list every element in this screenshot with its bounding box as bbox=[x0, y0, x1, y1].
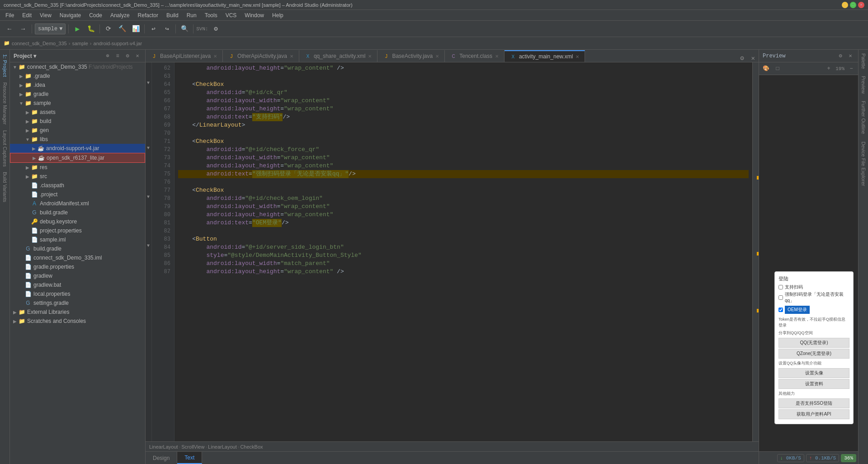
build-button[interactable]: 🔨 bbox=[116, 23, 128, 35]
tree-extlibs[interactable]: ▶ 📁 External Libraries bbox=[10, 308, 145, 317]
preview-zoom-in-button[interactable]: + bbox=[824, 64, 834, 74]
svn-button[interactable]: SVN: bbox=[196, 23, 208, 35]
tree-android-support[interactable]: ▶ ☕ android-support-v4.jar bbox=[10, 144, 145, 153]
menu-code[interactable]: Code bbox=[85, 11, 106, 19]
layout-captures-label[interactable]: Layout Captures bbox=[1, 128, 9, 170]
menu-navigate[interactable]: Navigate bbox=[56, 11, 85, 19]
menu-refactor[interactable]: Refactor bbox=[134, 11, 162, 19]
maximize-button[interactable]: □ bbox=[850, 2, 856, 8]
tree-project[interactable]: 📄 .project bbox=[10, 190, 145, 199]
breadcrumb-linearlayout[interactable]: LinearLayout bbox=[149, 444, 178, 450]
tab-close-other-api[interactable]: ✕ bbox=[290, 54, 293, 59]
minimize-button[interactable]: – bbox=[842, 2, 848, 8]
tree-buildgradle2[interactable]: G build.gradle bbox=[10, 244, 145, 253]
tree-open-sdk[interactable]: ▶ ☕ open_sdk_r6137_lite.jar bbox=[10, 153, 145, 163]
breadcrumb-linearlayout2[interactable]: LinearLayout bbox=[208, 444, 237, 450]
preview-component-tree-button[interactable]: □ bbox=[773, 64, 783, 74]
menu-run[interactable]: Run bbox=[183, 11, 200, 19]
menu-edit[interactable]: Edit bbox=[19, 11, 35, 19]
tree-gradle[interactable]: ▶ 📁 .gradle bbox=[10, 71, 145, 80]
further-outline-label[interactable]: Further Outline bbox=[859, 97, 868, 137]
tree-assets[interactable]: ▶ 📁 assets bbox=[10, 108, 145, 117]
tree-projectprop[interactable]: 📄 project.properties bbox=[10, 226, 145, 235]
tab-qq-share[interactable]: X qq_share_activity.xml ✕ bbox=[299, 50, 378, 62]
tree-gradle2[interactable]: ▶ 📁 gradle bbox=[10, 90, 145, 99]
palette-panel-label[interactable]: Palette bbox=[859, 50, 868, 72]
fold-71[interactable]: ▼ bbox=[146, 144, 151, 152]
tab-close-tencent[interactable]: ✕ bbox=[495, 54, 499, 59]
tab-close-activity-main[interactable]: ✕ bbox=[576, 54, 579, 59]
panel-close-button[interactable]: ✕ bbox=[133, 52, 142, 60]
tree-sample[interactable]: ▼ 📁 sample bbox=[10, 99, 145, 108]
breadcrumb-checkbox[interactable]: CheckBox bbox=[240, 444, 263, 450]
redo-button[interactable]: ↪ bbox=[161, 23, 173, 35]
tree-gradlew[interactable]: 📄 gradlew bbox=[10, 271, 145, 280]
tab-text[interactable]: Text bbox=[177, 452, 202, 464]
module-dropdown[interactable]: sample ▼ bbox=[35, 24, 66, 34]
back-button[interactable]: ← bbox=[4, 23, 15, 35]
tree-res[interactable]: ▶ 📁 res bbox=[10, 163, 145, 172]
tab-close-base-activity[interactable]: ✕ bbox=[435, 54, 439, 59]
menu-tools[interactable]: Tools bbox=[201, 11, 221, 19]
tab-close-base-api[interactable]: ✕ bbox=[213, 54, 217, 59]
editor-settings-button[interactable]: ⚙ bbox=[736, 54, 747, 62]
tree-gradlewbat[interactable]: 📄 gradlew.bat bbox=[10, 280, 145, 289]
editor-close-button[interactable]: ✕ bbox=[748, 54, 759, 62]
nav-project[interactable]: connect_sdk_Demo_335 bbox=[12, 41, 67, 46]
breadcrumb-scrollview[interactable]: ScrollView bbox=[181, 444, 204, 450]
tab-tencent[interactable]: C Tencent.class ✕ bbox=[445, 50, 505, 62]
preview-palette-button[interactable]: 🎨 bbox=[761, 64, 771, 74]
forward-button[interactable]: → bbox=[17, 23, 29, 35]
menu-analyze[interactable]: Analyze bbox=[107, 11, 133, 19]
tree-root[interactable]: ▼ 📁 connect_sdk_Demo_335 F:\androidProje… bbox=[10, 62, 145, 71]
nav-file[interactable]: android-support-v4.jar bbox=[94, 41, 142, 46]
tree-sampleiml[interactable]: 📄 sample.iml bbox=[10, 235, 145, 244]
tree-scratches[interactable]: ▶ 📁 Scratches and Consoles bbox=[10, 317, 145, 326]
tree-localprop[interactable]: 📄 local.properties bbox=[10, 289, 145, 298]
phone-checkbox-force-scan-input[interactable] bbox=[778, 295, 783, 300]
tab-activity-main[interactable]: X activity_main_new.xml ✕ bbox=[505, 50, 585, 62]
preview-close-button[interactable]: ✕ bbox=[846, 52, 854, 60]
menu-help[interactable]: Help bbox=[269, 11, 287, 19]
close-button[interactable]: ✕ bbox=[858, 2, 864, 8]
phone-set-info-btn[interactable]: 设置资料 bbox=[778, 379, 849, 389]
phone-sso-btn[interactable]: 是否支持SSO登陆 bbox=[778, 398, 849, 408]
resource-manager-label[interactable]: Resource Manager bbox=[1, 80, 9, 128]
fold-62[interactable]: ▼ bbox=[146, 79, 151, 87]
menu-file[interactable]: File bbox=[2, 11, 18, 19]
project-panel-label[interactable]: 1: Project bbox=[1, 52, 9, 80]
tree-libs[interactable]: ▼ 📁 libs bbox=[10, 135, 145, 144]
tree-classpath[interactable]: 📄 .classpath bbox=[10, 181, 145, 190]
tree-buildgradle[interactable]: G build.gradle bbox=[10, 208, 145, 217]
profile-button[interactable]: 📊 bbox=[130, 23, 142, 35]
fold-77[interactable]: ▼ bbox=[146, 193, 151, 201]
speed-percent[interactable]: 36% bbox=[841, 454, 856, 462]
preview-gear-button[interactable]: ⚙ bbox=[836, 52, 844, 60]
device-file-explorer-label[interactable]: Device File Explorer bbox=[859, 138, 868, 189]
phone-qq-btn[interactable]: QQ(无需登录) bbox=[778, 338, 849, 348]
debug-button[interactable]: 🐛 bbox=[85, 23, 97, 35]
tree-debugkey[interactable]: 🔑 debug.keystore bbox=[10, 217, 145, 226]
fold-64[interactable] bbox=[146, 95, 151, 103]
phone-checkbox-oem-input[interactable] bbox=[778, 308, 783, 312]
tab-close-qq-share[interactable]: ✕ bbox=[368, 54, 372, 59]
tree-build[interactable]: ▶ 📁 build bbox=[10, 117, 145, 126]
search-button[interactable]: 🔍 bbox=[179, 23, 190, 35]
tab-other-api[interactable]: J OtherApiActivity.java ✕ bbox=[223, 50, 299, 62]
settings-button[interactable]: ⚙ bbox=[210, 23, 222, 35]
tab-base-activity[interactable]: J BaseActivity.java ✕ bbox=[377, 50, 445, 62]
panel-collapse-button[interactable]: ≡ bbox=[113, 52, 122, 60]
phone-get-api-btn[interactable]: 获取用户资料API bbox=[778, 409, 849, 419]
undo-button[interactable]: ↩ bbox=[147, 23, 159, 35]
preview-zoom-out-button[interactable]: − bbox=[846, 64, 856, 74]
panel-gear-button[interactable]: ⚙ bbox=[123, 52, 132, 60]
tree-gen[interactable]: ▶ 📁 gen bbox=[10, 126, 145, 135]
tree-gradleprop[interactable]: 📄 gradle.properties bbox=[10, 262, 145, 271]
tree-manifest[interactable]: A AndroidManifest.xml bbox=[10, 199, 145, 208]
build-variants-label[interactable]: Build Variants bbox=[1, 169, 9, 205]
tree-settingsgradle[interactable]: G settings.gradle bbox=[10, 298, 145, 308]
tree-src[interactable]: ▶ 📁 src bbox=[10, 172, 145, 181]
tab-design[interactable]: Design bbox=[146, 452, 177, 464]
fold-83[interactable]: ▼ bbox=[146, 241, 151, 250]
menu-build[interactable]: Build bbox=[163, 11, 182, 19]
